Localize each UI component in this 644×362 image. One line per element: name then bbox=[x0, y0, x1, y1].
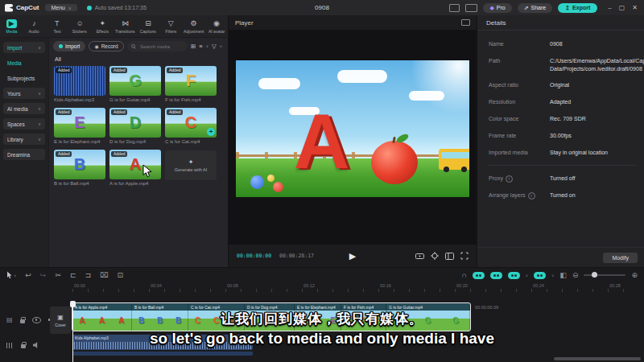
preview-quality-icon[interactable] bbox=[431, 252, 439, 260]
sidebar-item[interactable]: Dreamina bbox=[3, 149, 45, 160]
tool-tab[interactable]: ✦ Effects bbox=[91, 15, 114, 37]
filter-icon[interactable]: ▽ bbox=[212, 43, 217, 50]
zoom-out-icon[interactable]: ⊖ bbox=[572, 271, 579, 279]
ruler-tick-label: 00:00 bbox=[74, 283, 85, 288]
select-tool-button[interactable]: ∨ bbox=[6, 271, 16, 279]
media-thumbnail[interactable]: Added bbox=[54, 66, 105, 96]
add-to-timeline-button[interactable]: + bbox=[207, 128, 215, 136]
undo-button[interactable]: ↩ bbox=[25, 271, 31, 279]
media-thumbnail[interactable]: F Added bbox=[165, 66, 217, 96]
media-thumbnail[interactable]: G Added bbox=[109, 66, 161, 96]
added-badge: Added bbox=[167, 68, 183, 73]
tool-tab[interactable]: ◉ AI avatar bbox=[205, 15, 228, 37]
tool-tab[interactable]: ♪ Audio bbox=[23, 15, 45, 37]
tool-tab[interactable]: T Text bbox=[46, 15, 68, 37]
sidebar-item[interactable]: Spaces ∨ bbox=[3, 118, 45, 130]
delete-button[interactable]: ⌧ bbox=[100, 271, 108, 279]
link-toggle[interactable] bbox=[473, 272, 485, 279]
media-card[interactable]: B Added B is for Ball.mp4 bbox=[54, 150, 105, 186]
media-card[interactable]: D Added D is for Dog.mp4 bbox=[109, 108, 161, 144]
layout-toggle-icon[interactable] bbox=[449, 4, 460, 12]
media-card[interactable]: C Added + C is for Cat.mp4 bbox=[165, 108, 217, 144]
projection-icon[interactable] bbox=[415, 253, 424, 260]
media-card[interactable]: F Added F is for Fish.mp4 bbox=[165, 66, 217, 102]
sidebar-item[interactable]: Subprojects bbox=[3, 72, 45, 84]
media-thumbnail[interactable]: A Added bbox=[109, 150, 161, 179]
media-thumbnail[interactable]: D Added bbox=[109, 108, 161, 138]
tool-tab[interactable]: ⋈ Transitions bbox=[114, 15, 136, 37]
zoom-in-icon[interactable]: ⊕ bbox=[631, 271, 638, 279]
media-thumbnail[interactable]: B Added bbox=[54, 150, 105, 179]
share-button[interactable]: ⇗ Share bbox=[518, 3, 553, 13]
media-thumbnail[interactable]: C Added + bbox=[165, 108, 217, 138]
media-filename: F is for Fish.mp4 bbox=[165, 97, 217, 102]
timeline-zoom-slider[interactable] bbox=[584, 274, 625, 276]
chevron-down-icon: ∨ bbox=[220, 44, 222, 48]
snap-toggle[interactable] bbox=[490, 272, 502, 279]
export-button[interactable]: ↥ Export bbox=[558, 3, 597, 13]
tool-tab[interactable]: ▽ Filters bbox=[159, 15, 182, 37]
sidebar-item[interactable]: Media bbox=[3, 57, 45, 68]
tool-tab[interactable]: ⊟ Captions bbox=[137, 15, 159, 37]
details-toggle-row[interactable]: Proxyi Turned off bbox=[489, 175, 636, 183]
tool-tab[interactable]: ☺ Stickers bbox=[68, 15, 91, 37]
sidebar-item[interactable]: Library ∨ bbox=[3, 134, 45, 145]
tool-tab[interactable]: ⚙ Adjustment bbox=[182, 15, 204, 37]
crop-button[interactable]: ⊡ bbox=[117, 271, 123, 279]
video-preview[interactable]: A bbox=[236, 60, 469, 197]
import-button[interactable]: Import bbox=[53, 41, 85, 51]
tab-icon: ⋈ bbox=[120, 19, 130, 28]
tab-icon: ▽ bbox=[166, 19, 176, 28]
media-card[interactable]: A Added A is for Apple.mp4 bbox=[109, 150, 161, 186]
fullscreen-icon[interactable] bbox=[460, 252, 469, 260]
mouse-cursor bbox=[142, 164, 152, 178]
generate-with-ai-tile[interactable]: ✦ Generate with AI bbox=[165, 150, 217, 180]
timeline-toolbar: ∨ ↩ ↪ ✂ ⊏ ⊐ ⌧ ⊡ ∩ ∨ ∨ ◧ ⊖ ⊕ bbox=[0, 268, 644, 282]
minimize-button[interactable]: – bbox=[608, 4, 611, 11]
preview-axis-toggle[interactable] bbox=[508, 272, 520, 279]
autosave-dot-icon bbox=[87, 6, 92, 10]
sidebar-item[interactable]: Yours ∨ bbox=[3, 88, 45, 99]
search-box[interactable] bbox=[127, 41, 188, 51]
media-card[interactable]: Added Kids Alphabet.mp3 bbox=[54, 66, 105, 102]
media-card[interactable]: E Added E is for Elephant.mp4 bbox=[54, 108, 105, 144]
grid-view-icon[interactable]: ⊞ bbox=[191, 43, 196, 50]
added-badge: Added bbox=[111, 109, 127, 115]
media-thumbnail[interactable]: E Added bbox=[54, 108, 105, 138]
audio-clip-secondary[interactable] bbox=[72, 352, 253, 356]
delete-left-button[interactable]: ⊏ bbox=[70, 271, 76, 279]
media-filename: E is for Elephant.mp4 bbox=[54, 139, 105, 144]
close-button[interactable]: ✕ bbox=[632, 4, 638, 11]
media-card[interactable]: G Added G is for Guitar.mp4 bbox=[109, 66, 161, 102]
redo-button[interactable]: ↪ bbox=[40, 271, 47, 279]
play-button[interactable]: ▶ bbox=[349, 251, 356, 261]
pro-button[interactable]: ◆ Pro bbox=[483, 3, 511, 13]
ratio-icon[interactable] bbox=[445, 253, 454, 260]
tab-icon: T bbox=[52, 19, 62, 28]
delete-right-button[interactable]: ⊐ bbox=[85, 271, 91, 279]
panel-layout-icon[interactable] bbox=[465, 4, 477, 12]
record-button[interactable]: ◉ Record bbox=[89, 41, 123, 51]
modify-button[interactable]: Modify bbox=[603, 253, 638, 263]
timeline-ruler[interactable]: 00:0000:0400:0800:1200:1600:2000:2400:28 bbox=[0, 282, 644, 292]
split-button[interactable]: ✂ bbox=[55, 271, 61, 279]
magnet-icon[interactable]: ∩ bbox=[461, 271, 466, 279]
share-icon: ⇗ bbox=[524, 5, 529, 11]
sort-icon[interactable]: ≡ bbox=[199, 43, 202, 50]
sidebar-item[interactable]: Import ∨ bbox=[3, 42, 45, 53]
sidebar-item[interactable]: AI media ∨ bbox=[3, 103, 45, 114]
tool-tab[interactable]: ▶ Media bbox=[0, 15, 23, 37]
details-toggle-row[interactable]: Arrange layersi Turned on bbox=[489, 191, 636, 200]
maximize-button[interactable]: ▢ bbox=[619, 4, 625, 11]
captions-toggle[interactable] bbox=[534, 272, 546, 279]
info-icon: i bbox=[506, 175, 513, 183]
horizontal-scrollbar[interactable] bbox=[554, 357, 641, 360]
player-display-icon[interactable] bbox=[461, 19, 470, 26]
search-input[interactable] bbox=[138, 43, 184, 50]
zoom-slider-knob[interactable] bbox=[592, 272, 597, 278]
media-filename: G is for Guitar.mp4 bbox=[109, 97, 161, 102]
menu-button[interactable]: Menu ∨ bbox=[45, 4, 76, 11]
mask-icon[interactable]: ◧ bbox=[559, 271, 567, 279]
details-row: Name 0908 bbox=[489, 40, 636, 48]
tool-tabs: ▶ Media ♪ Audio T Text ☺ Stickers bbox=[0, 15, 228, 38]
